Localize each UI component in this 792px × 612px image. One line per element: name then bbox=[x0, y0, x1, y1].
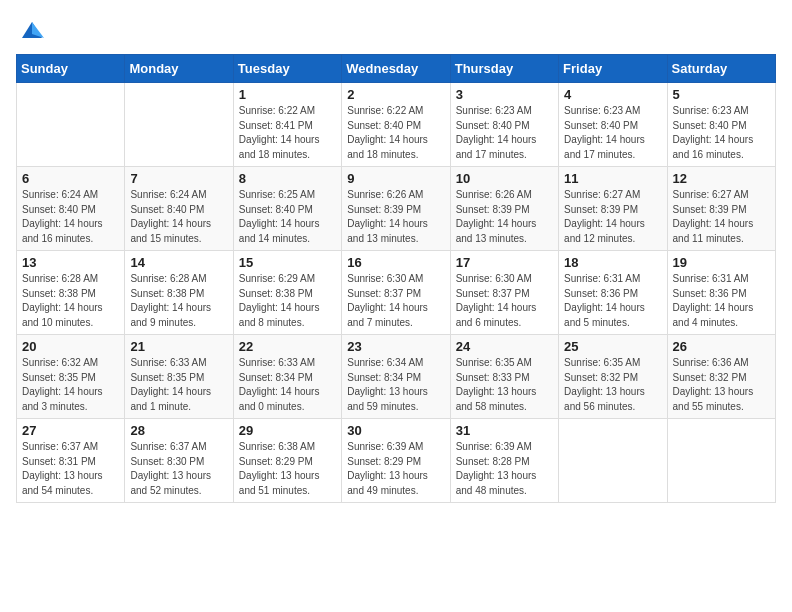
day-number: 19 bbox=[673, 255, 770, 270]
day-number: 25 bbox=[564, 339, 661, 354]
calendar-cell: 24Sunrise: 6:35 AM Sunset: 8:33 PM Dayli… bbox=[450, 335, 558, 419]
calendar-cell: 6Sunrise: 6:24 AM Sunset: 8:40 PM Daylig… bbox=[17, 167, 125, 251]
calendar-week-row: 20Sunrise: 6:32 AM Sunset: 8:35 PM Dayli… bbox=[17, 335, 776, 419]
calendar-cell: 2Sunrise: 6:22 AM Sunset: 8:40 PM Daylig… bbox=[342, 83, 450, 167]
day-info: Sunrise: 6:28 AM Sunset: 8:38 PM Dayligh… bbox=[22, 272, 119, 330]
day-info: Sunrise: 6:24 AM Sunset: 8:40 PM Dayligh… bbox=[22, 188, 119, 246]
calendar-day-header: Sunday bbox=[17, 55, 125, 83]
day-number: 31 bbox=[456, 423, 553, 438]
day-info: Sunrise: 6:31 AM Sunset: 8:36 PM Dayligh… bbox=[564, 272, 661, 330]
calendar-cell bbox=[125, 83, 233, 167]
calendar-cell: 3Sunrise: 6:23 AM Sunset: 8:40 PM Daylig… bbox=[450, 83, 558, 167]
day-info: Sunrise: 6:23 AM Sunset: 8:40 PM Dayligh… bbox=[564, 104, 661, 162]
day-info: Sunrise: 6:22 AM Sunset: 8:41 PM Dayligh… bbox=[239, 104, 336, 162]
day-number: 2 bbox=[347, 87, 444, 102]
day-info: Sunrise: 6:28 AM Sunset: 8:38 PM Dayligh… bbox=[130, 272, 227, 330]
day-number: 20 bbox=[22, 339, 119, 354]
calendar-cell: 11Sunrise: 6:27 AM Sunset: 8:39 PM Dayli… bbox=[559, 167, 667, 251]
day-info: Sunrise: 6:35 AM Sunset: 8:32 PM Dayligh… bbox=[564, 356, 661, 414]
day-info: Sunrise: 6:33 AM Sunset: 8:35 PM Dayligh… bbox=[130, 356, 227, 414]
day-info: Sunrise: 6:29 AM Sunset: 8:38 PM Dayligh… bbox=[239, 272, 336, 330]
day-number: 17 bbox=[456, 255, 553, 270]
day-info: Sunrise: 6:37 AM Sunset: 8:30 PM Dayligh… bbox=[130, 440, 227, 498]
day-number: 27 bbox=[22, 423, 119, 438]
calendar-cell: 25Sunrise: 6:35 AM Sunset: 8:32 PM Dayli… bbox=[559, 335, 667, 419]
logo bbox=[16, 16, 46, 44]
calendar-cell: 10Sunrise: 6:26 AM Sunset: 8:39 PM Dayli… bbox=[450, 167, 558, 251]
calendar-cell: 14Sunrise: 6:28 AM Sunset: 8:38 PM Dayli… bbox=[125, 251, 233, 335]
day-info: Sunrise: 6:27 AM Sunset: 8:39 PM Dayligh… bbox=[673, 188, 770, 246]
calendar-cell: 22Sunrise: 6:33 AM Sunset: 8:34 PM Dayli… bbox=[233, 335, 341, 419]
day-number: 12 bbox=[673, 171, 770, 186]
day-number: 23 bbox=[347, 339, 444, 354]
calendar-week-row: 13Sunrise: 6:28 AM Sunset: 8:38 PM Dayli… bbox=[17, 251, 776, 335]
calendar-day-header: Wednesday bbox=[342, 55, 450, 83]
day-number: 6 bbox=[22, 171, 119, 186]
calendar-cell: 13Sunrise: 6:28 AM Sunset: 8:38 PM Dayli… bbox=[17, 251, 125, 335]
day-info: Sunrise: 6:39 AM Sunset: 8:28 PM Dayligh… bbox=[456, 440, 553, 498]
calendar-cell: 8Sunrise: 6:25 AM Sunset: 8:40 PM Daylig… bbox=[233, 167, 341, 251]
day-info: Sunrise: 6:31 AM Sunset: 8:36 PM Dayligh… bbox=[673, 272, 770, 330]
day-info: Sunrise: 6:26 AM Sunset: 8:39 PM Dayligh… bbox=[347, 188, 444, 246]
day-number: 21 bbox=[130, 339, 227, 354]
calendar-cell: 16Sunrise: 6:30 AM Sunset: 8:37 PM Dayli… bbox=[342, 251, 450, 335]
calendar-cell: 1Sunrise: 6:22 AM Sunset: 8:41 PM Daylig… bbox=[233, 83, 341, 167]
day-number: 9 bbox=[347, 171, 444, 186]
day-number: 11 bbox=[564, 171, 661, 186]
calendar-cell: 31Sunrise: 6:39 AM Sunset: 8:28 PM Dayli… bbox=[450, 419, 558, 503]
day-number: 30 bbox=[347, 423, 444, 438]
day-info: Sunrise: 6:23 AM Sunset: 8:40 PM Dayligh… bbox=[673, 104, 770, 162]
day-number: 3 bbox=[456, 87, 553, 102]
day-info: Sunrise: 6:32 AM Sunset: 8:35 PM Dayligh… bbox=[22, 356, 119, 414]
day-info: Sunrise: 6:30 AM Sunset: 8:37 PM Dayligh… bbox=[347, 272, 444, 330]
calendar-cell: 20Sunrise: 6:32 AM Sunset: 8:35 PM Dayli… bbox=[17, 335, 125, 419]
day-info: Sunrise: 6:35 AM Sunset: 8:33 PM Dayligh… bbox=[456, 356, 553, 414]
calendar-cell bbox=[559, 419, 667, 503]
calendar-day-header: Tuesday bbox=[233, 55, 341, 83]
day-number: 1 bbox=[239, 87, 336, 102]
day-number: 7 bbox=[130, 171, 227, 186]
day-info: Sunrise: 6:34 AM Sunset: 8:34 PM Dayligh… bbox=[347, 356, 444, 414]
calendar-cell bbox=[17, 83, 125, 167]
calendar-cell: 28Sunrise: 6:37 AM Sunset: 8:30 PM Dayli… bbox=[125, 419, 233, 503]
day-info: Sunrise: 6:39 AM Sunset: 8:29 PM Dayligh… bbox=[347, 440, 444, 498]
day-number: 4 bbox=[564, 87, 661, 102]
day-info: Sunrise: 6:25 AM Sunset: 8:40 PM Dayligh… bbox=[239, 188, 336, 246]
calendar-cell: 29Sunrise: 6:38 AM Sunset: 8:29 PM Dayli… bbox=[233, 419, 341, 503]
calendar-cell: 7Sunrise: 6:24 AM Sunset: 8:40 PM Daylig… bbox=[125, 167, 233, 251]
calendar-cell: 9Sunrise: 6:26 AM Sunset: 8:39 PM Daylig… bbox=[342, 167, 450, 251]
day-number: 15 bbox=[239, 255, 336, 270]
calendar-cell: 19Sunrise: 6:31 AM Sunset: 8:36 PM Dayli… bbox=[667, 251, 775, 335]
calendar-cell: 4Sunrise: 6:23 AM Sunset: 8:40 PM Daylig… bbox=[559, 83, 667, 167]
page-header bbox=[16, 16, 776, 44]
calendar-cell bbox=[667, 419, 775, 503]
calendar-cell: 30Sunrise: 6:39 AM Sunset: 8:29 PM Dayli… bbox=[342, 419, 450, 503]
day-number: 10 bbox=[456, 171, 553, 186]
calendar-cell: 15Sunrise: 6:29 AM Sunset: 8:38 PM Dayli… bbox=[233, 251, 341, 335]
calendar-cell: 5Sunrise: 6:23 AM Sunset: 8:40 PM Daylig… bbox=[667, 83, 775, 167]
calendar-day-header: Saturday bbox=[667, 55, 775, 83]
calendar-week-row: 1Sunrise: 6:22 AM Sunset: 8:41 PM Daylig… bbox=[17, 83, 776, 167]
calendar-cell: 21Sunrise: 6:33 AM Sunset: 8:35 PM Dayli… bbox=[125, 335, 233, 419]
day-info: Sunrise: 6:37 AM Sunset: 8:31 PM Dayligh… bbox=[22, 440, 119, 498]
calendar-header-row: SundayMondayTuesdayWednesdayThursdayFrid… bbox=[17, 55, 776, 83]
day-number: 26 bbox=[673, 339, 770, 354]
day-number: 29 bbox=[239, 423, 336, 438]
day-number: 16 bbox=[347, 255, 444, 270]
day-number: 8 bbox=[239, 171, 336, 186]
day-number: 13 bbox=[22, 255, 119, 270]
day-info: Sunrise: 6:23 AM Sunset: 8:40 PM Dayligh… bbox=[456, 104, 553, 162]
calendar-cell: 17Sunrise: 6:30 AM Sunset: 8:37 PM Dayli… bbox=[450, 251, 558, 335]
day-info: Sunrise: 6:36 AM Sunset: 8:32 PM Dayligh… bbox=[673, 356, 770, 414]
calendar-cell: 27Sunrise: 6:37 AM Sunset: 8:31 PM Dayli… bbox=[17, 419, 125, 503]
day-number: 18 bbox=[564, 255, 661, 270]
day-number: 5 bbox=[673, 87, 770, 102]
day-info: Sunrise: 6:27 AM Sunset: 8:39 PM Dayligh… bbox=[564, 188, 661, 246]
logo-icon bbox=[18, 16, 46, 44]
calendar-day-header: Thursday bbox=[450, 55, 558, 83]
calendar-day-header: Monday bbox=[125, 55, 233, 83]
day-number: 28 bbox=[130, 423, 227, 438]
day-info: Sunrise: 6:26 AM Sunset: 8:39 PM Dayligh… bbox=[456, 188, 553, 246]
calendar-cell: 26Sunrise: 6:36 AM Sunset: 8:32 PM Dayli… bbox=[667, 335, 775, 419]
calendar-day-header: Friday bbox=[559, 55, 667, 83]
